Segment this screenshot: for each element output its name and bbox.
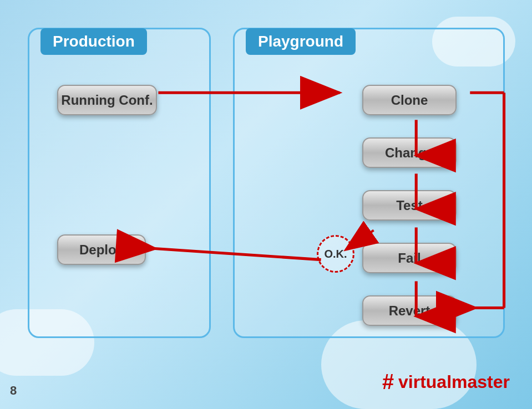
logo-virtual: virtual <box>398 372 452 392</box>
logo-hash-icon: # <box>382 371 394 392</box>
production-box: Production Running Conf. Deploy <box>28 28 211 338</box>
deploy-node: Deploy <box>57 234 146 265</box>
fail-node: Fail <box>362 243 457 273</box>
page-number: 8 <box>10 384 17 398</box>
ok-circle: O.K. <box>317 235 354 273</box>
running-conf-node: Running Conf. <box>57 85 157 115</box>
production-label: Production <box>40 28 147 55</box>
playground-box: Playground Clone Change Test Fail Revert… <box>233 28 505 338</box>
playground-label: Playground <box>246 28 356 55</box>
logo-text: virtualmaster <box>398 372 510 392</box>
revert-node: Revert <box>362 295 457 326</box>
clone-node: Clone <box>362 85 457 115</box>
change-node: Change <box>362 137 457 168</box>
test-node: Test <box>362 190 457 221</box>
virtualmaster-logo: # virtualmaster <box>382 371 510 392</box>
logo-master: master <box>452 372 510 392</box>
diagram-area: Production Running Conf. Deploy Playgrou… <box>17 17 515 365</box>
